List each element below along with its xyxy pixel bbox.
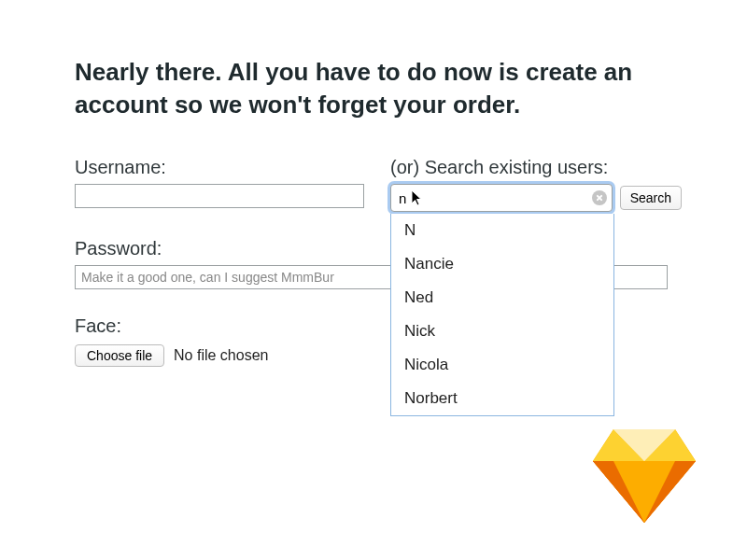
choose-file-button[interactable]: Choose file bbox=[75, 344, 164, 367]
page-heading: Nearly there. All you have to do now is … bbox=[75, 56, 682, 121]
autocomplete-item[interactable]: N bbox=[391, 214, 613, 247]
username-input[interactable] bbox=[75, 184, 364, 208]
username-label: Username: bbox=[75, 157, 364, 178]
search-button[interactable]: Search bbox=[620, 186, 682, 210]
autocomplete-item[interactable]: Ned bbox=[391, 281, 613, 315]
search-label: (or) Search existing users: bbox=[390, 157, 682, 178]
autocomplete-item[interactable]: Nancie bbox=[391, 247, 613, 281]
file-status: No file chosen bbox=[174, 347, 268, 364]
autocomplete-item[interactable]: Nicola bbox=[391, 348, 613, 382]
search-input[interactable] bbox=[390, 184, 613, 212]
clear-icon[interactable] bbox=[592, 190, 607, 205]
sketch-diamond-icon bbox=[593, 429, 696, 523]
autocomplete-item[interactable]: Norbert bbox=[391, 382, 613, 415]
autocomplete-item[interactable]: Nick bbox=[391, 315, 613, 348]
autocomplete-dropdown: N Nancie Ned Nick Nicola Norbert bbox=[390, 214, 614, 416]
